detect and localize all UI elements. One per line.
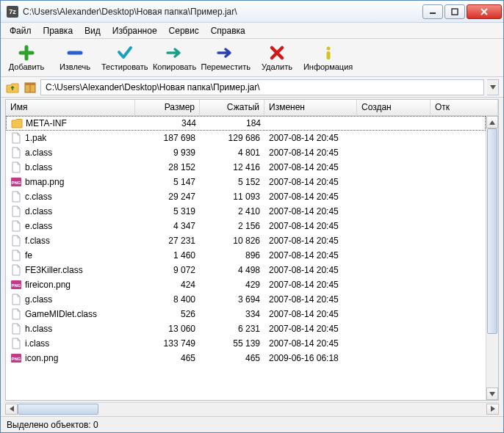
folder-icon xyxy=(11,117,23,129)
table-row[interactable]: d.class5 3192 4102007-08-14 20:45 xyxy=(6,204,486,219)
file-name: i.class xyxy=(25,338,49,349)
menu-view[interactable]: Вид xyxy=(79,24,107,37)
file-size: 424 xyxy=(135,280,200,290)
address-bar: C:\Users\Alexander\Desktop\Новая папка\П… xyxy=(1,77,503,98)
menu-file[interactable]: Файл xyxy=(4,24,37,37)
menu-favorites[interactable]: Избранное xyxy=(107,24,163,37)
move-button[interactable]: Переместить xyxy=(201,40,251,76)
minimize-button[interactable] xyxy=(422,4,443,19)
table-row[interactable]: e.class4 3472 1562007-08-14 20:45 xyxy=(6,219,486,233)
maximize-button[interactable] xyxy=(444,4,465,19)
table-row[interactable]: i.class133 74955 1392007-08-14 20:45 xyxy=(6,336,486,351)
horizontal-scrollbar[interactable] xyxy=(5,402,499,415)
file-size: 5 319 xyxy=(135,206,200,216)
file-packed: 2 156 xyxy=(200,221,264,231)
move-arrow-icon xyxy=(217,44,234,62)
copy-arrow-icon xyxy=(166,44,184,62)
file-icon xyxy=(10,147,22,159)
png-icon: PNG xyxy=(10,279,22,291)
delete-button[interactable]: Удалить xyxy=(254,40,300,76)
scroll-right-button[interactable] xyxy=(486,404,499,415)
table-row[interactable]: META-INF344184 xyxy=(6,116,486,131)
file-packed: 10 826 xyxy=(200,236,264,246)
scroll-down-button[interactable] xyxy=(486,387,498,400)
table-row[interactable]: PNGicon.png4654652009-06-16 06:18 xyxy=(6,351,486,365)
file-name: fe xyxy=(25,250,32,261)
file-modified: 2007-08-14 20:45 xyxy=(264,206,357,216)
info-button[interactable]: Информация xyxy=(303,40,353,76)
table-row[interactable]: fe1 4608962007-08-14 20:45 xyxy=(6,248,486,263)
table-row[interactable]: g.class8 4003 6942007-08-14 20:45 xyxy=(6,292,486,307)
table-row[interactable]: f.class27 23110 8262007-08-14 20:45 xyxy=(6,233,486,248)
file-modified: 2007-08-14 20:45 xyxy=(264,133,357,143)
extract-label: Извлечь xyxy=(60,62,90,71)
scroll-up-button[interactable] xyxy=(486,116,498,128)
copy-button[interactable]: Копировать xyxy=(152,40,198,76)
file-icon xyxy=(10,264,22,276)
file-list[interactable]: META-INF3441841.pak187 698129 6862007-08… xyxy=(6,116,486,400)
table-row[interactable]: PNGbmap.png5 1475 1522007-08-14 20:45 xyxy=(6,175,486,189)
address-dropdown[interactable] xyxy=(487,79,499,95)
delete-label: Удалить xyxy=(262,62,292,71)
file-icon xyxy=(10,161,22,173)
col-size[interactable]: Размер xyxy=(135,100,200,115)
table-row[interactable]: GameMIDlet.class5263342007-08-14 20:45 xyxy=(6,307,486,321)
svg-rect-1 xyxy=(452,9,458,15)
scroll-left-button[interactable] xyxy=(5,404,18,415)
close-button[interactable] xyxy=(467,4,502,19)
file-modified: 2007-08-14 20:45 xyxy=(264,309,357,319)
file-modified: 2007-08-14 20:45 xyxy=(264,338,357,349)
table-row[interactable]: a.class9 9394 8012007-08-14 20:45 xyxy=(6,145,486,160)
table-row[interactable]: h.class13 0606 2312007-08-14 20:45 xyxy=(6,321,486,336)
menu-help[interactable]: Справка xyxy=(205,24,251,37)
file-name: a.class xyxy=(25,148,52,158)
col-modified[interactable]: Изменен xyxy=(264,100,357,115)
col-name[interactable]: Имя xyxy=(6,100,135,115)
file-size: 133 749 xyxy=(135,338,200,349)
file-size: 9 072 xyxy=(135,265,200,275)
file-name: g.class xyxy=(25,294,52,305)
file-name: f.class xyxy=(25,236,50,246)
file-size: 13 060 xyxy=(135,324,200,334)
col-packed[interactable]: Сжатый xyxy=(200,100,264,115)
svg-point-4 xyxy=(326,47,330,51)
status-text: Выделено объектов: 0 xyxy=(7,420,98,430)
toolbar: Добавить Извлечь Тестировать Копировать … xyxy=(1,39,503,77)
statusbar: Выделено объектов: 0 xyxy=(1,416,503,432)
col-created[interactable]: Создан xyxy=(357,100,431,115)
menu-edit[interactable]: Правка xyxy=(37,24,79,37)
up-folder-icon[interactable] xyxy=(5,80,20,95)
address-input[interactable]: C:\Users\Alexander\Desktop\Новая папка\П… xyxy=(40,79,484,95)
file-size: 8 400 xyxy=(135,294,200,305)
vertical-scrollbar[interactable] xyxy=(486,116,498,400)
table-row[interactable]: b.class28 15212 4162007-08-14 20:45 xyxy=(6,160,486,175)
test-label: Тестировать xyxy=(101,62,148,71)
table-row[interactable]: c.class29 24711 0932007-08-14 20:45 xyxy=(6,189,486,204)
menu-tools[interactable]: Сервис xyxy=(163,24,205,37)
check-icon xyxy=(116,44,134,62)
app-icon: 7z xyxy=(7,6,18,18)
svg-text:PNG: PNG xyxy=(11,357,21,361)
hscroll-thumb[interactable] xyxy=(18,404,98,415)
table-row[interactable]: 1.pak187 698129 6862007-08-14 20:45 xyxy=(6,131,486,145)
svg-text:PNG: PNG xyxy=(11,283,21,288)
titlebar[interactable]: 7z C:\Users\Alexander\Desktop\Новая папк… xyxy=(1,1,503,23)
scroll-thumb[interactable] xyxy=(487,128,497,334)
table-row[interactable]: PNGfireicon.png4244292007-08-14 20:45 xyxy=(6,277,486,292)
col-extra[interactable]: Отк xyxy=(431,100,498,115)
svg-rect-5 xyxy=(326,51,330,59)
file-pane: Имя Размер Сжатый Изменен Создан Отк MET… xyxy=(5,99,499,401)
info-icon xyxy=(320,44,337,62)
add-button[interactable]: Добавить xyxy=(4,40,49,76)
test-button[interactable]: Тестировать xyxy=(101,40,149,76)
file-size: 9 939 xyxy=(135,148,200,158)
file-size: 5 147 xyxy=(135,177,200,187)
file-packed: 6 231 xyxy=(200,324,264,334)
address-text: C:\Users\Alexander\Desktop\Новая папка\П… xyxy=(46,82,260,92)
extract-button[interactable]: Извлечь xyxy=(52,40,98,76)
copy-label: Копировать xyxy=(153,62,196,71)
table-row[interactable]: FE3Killer.class9 0724 4982007-08-14 20:4… xyxy=(6,263,486,277)
svg-text:PNG: PNG xyxy=(11,181,21,185)
file-size: 187 698 xyxy=(135,133,200,143)
file-name: h.class xyxy=(25,324,52,334)
